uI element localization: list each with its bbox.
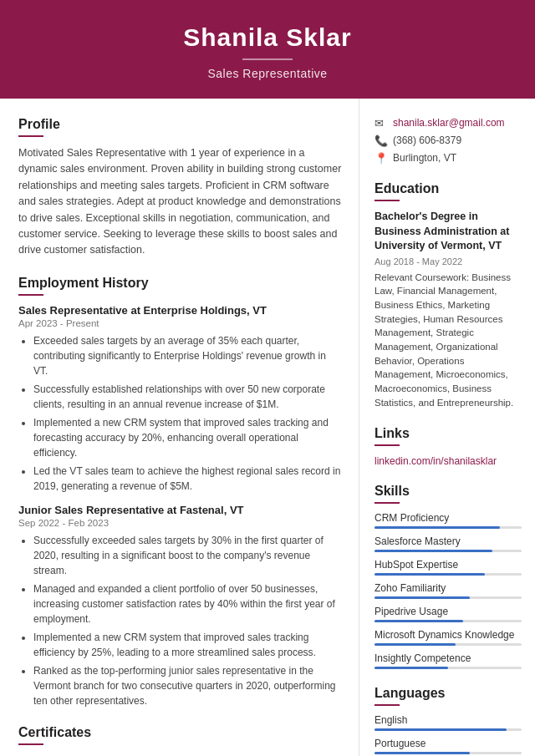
education-divider <box>374 200 400 201</box>
skill-bar-bg-2 <box>374 573 522 576</box>
profile-section: Profile Motivated Sales Representative w… <box>18 117 342 259</box>
skill-item-2: HubSpot Expertise <box>374 559 522 576</box>
edu-date: Aug 2018 - May 2022 <box>374 256 522 266</box>
job-2-bullets: Successfully exceeded sales targets by 3… <box>18 533 342 708</box>
skill-item-6: Insightly Competence <box>374 652 522 669</box>
lang-item-1: Portuguese <box>374 738 522 754</box>
email-icon: ✉ <box>374 117 388 129</box>
skill-bar-fill-5 <box>374 643 456 646</box>
skill-item-4: Pipedrive Usage <box>374 606 522 622</box>
cert-1-name: Certified Professional Sales Person (CPS… <box>18 753 342 756</box>
skill-bar-bg-0 <box>374 526 522 529</box>
header-title: Sales Representative <box>17 67 518 80</box>
job-2: Junior Sales Representative at Fastenal,… <box>18 504 342 708</box>
location-icon: 📍 <box>374 152 388 165</box>
skill-bar-fill-2 <box>374 573 485 576</box>
job-1-bullet-2: Successfully established relationships w… <box>33 382 342 412</box>
lang-bar-bg-1 <box>374 752 522 754</box>
contact-section: ✉ shanila.sklar@gmail.com 📞 (368) 606-83… <box>374 117 522 165</box>
contact-email-row: ✉ shanila.sklar@gmail.com <box>374 117 522 129</box>
skill-bar-bg-4 <box>374 620 522 622</box>
lang-bar-fill-0 <box>374 728 507 731</box>
skill-name-5: Microsoft Dynamics Knowledge <box>374 629 522 641</box>
job-1-bullet-4: Led the VT sales team to achieve the hig… <box>33 464 342 494</box>
employment-divider <box>18 294 43 296</box>
edu-detail: Relevant Coursework: Business Law, Finan… <box>374 271 522 410</box>
header-divider <box>242 58 293 60</box>
contact-location-row: 📍 Burlington, VT <box>374 152 522 165</box>
header-name: Shanila Sklar <box>17 23 518 52</box>
skills-title: Skills <box>374 484 522 499</box>
employment-title: Employment History <box>18 276 342 291</box>
links-section: Links linkedin.com/in/shanilasklar <box>374 426 522 467</box>
skill-bar-bg-5 <box>374 643 522 646</box>
contact-phone-row: 📞 (368) 606-8379 <box>374 134 522 147</box>
lang-name-1: Portuguese <box>374 738 522 749</box>
cert-1: Certified Professional Sales Person (CPS… <box>18 753 342 756</box>
links-title: Links <box>374 426 522 441</box>
job-1: Sales Representative at Enterprise Holdi… <box>18 304 342 494</box>
skills-section: Skills CRM Proficiency Salesforce Master… <box>374 484 522 669</box>
job-2-date: Sep 2022 - Feb 2023 <box>18 518 342 528</box>
skill-bar-fill-0 <box>374 526 500 529</box>
linkedin-link[interactable]: linkedin.com/in/shanilasklar <box>374 455 497 467</box>
right-column: ✉ shanila.sklar@gmail.com 📞 (368) 606-83… <box>359 99 535 756</box>
languages-list: English Portuguese <box>374 714 522 754</box>
skill-bar-fill-1 <box>374 550 492 552</box>
certificates-divider <box>18 743 43 745</box>
education-title: Education <box>374 181 522 196</box>
certificates-section: Certificates Certified Professional Sale… <box>18 725 342 756</box>
edu-degree: Bachelor's Degree in Business Administra… <box>374 210 522 254</box>
left-column: Profile Motivated Sales Representative w… <box>0 99 359 756</box>
skill-bar-bg-1 <box>374 550 522 552</box>
job-1-bullets: Exceeded sales targets by an average of … <box>18 333 342 494</box>
job-2-bullet-3: Implemented a new CRM system that improv… <box>33 630 342 660</box>
languages-title: Languages <box>374 686 522 701</box>
skill-name-0: CRM Proficiency <box>374 512 522 524</box>
skill-name-1: Salesforce Mastery <box>374 535 522 547</box>
employment-section: Employment History Sales Representative … <box>18 276 342 708</box>
lang-item-0: English <box>374 714 522 731</box>
links-divider <box>374 444 400 446</box>
profile-divider <box>18 135 43 137</box>
job-1-bullet-1: Exceeded sales targets by an average of … <box>33 333 342 378</box>
body: Profile Motivated Sales Representative w… <box>0 99 535 756</box>
email-link[interactable]: shanila.sklar@gmail.com <box>393 117 505 129</box>
job-2-bullet-2: Managed and expanded a client portfolio … <box>33 581 342 627</box>
lang-bar-bg-0 <box>374 728 522 731</box>
header: Shanila Sklar Sales Representative <box>0 0 535 99</box>
skills-list: CRM Proficiency Salesforce Mastery HubSp… <box>374 512 522 669</box>
skill-name-3: Zoho Familiarity <box>374 582 522 594</box>
certificates-title: Certificates <box>18 725 342 740</box>
skill-item-5: Microsoft Dynamics Knowledge <box>374 629 522 646</box>
education-section: Education Bachelor's Degree in Business … <box>374 181 522 409</box>
phone-icon: 📞 <box>374 134 388 147</box>
job-1-title: Sales Representative at Enterprise Holdi… <box>18 304 342 317</box>
contact-location: Burlington, VT <box>393 152 456 164</box>
job-2-title: Junior Sales Representative at Fastenal,… <box>18 504 342 516</box>
skill-item-3: Zoho Familiarity <box>374 582 522 599</box>
skill-name-2: HubSpot Expertise <box>374 559 522 571</box>
job-2-bullet-4: Ranked as the top-performing junior sale… <box>33 663 342 708</box>
skill-name-4: Pipedrive Usage <box>374 606 522 617</box>
job-2-bullet-1: Successfully exceeded sales targets by 3… <box>33 533 342 578</box>
skill-bar-fill-4 <box>374 620 463 622</box>
skill-item-1: Salesforce Mastery <box>374 535 522 552</box>
page: Shanila Sklar Sales Representative Profi… <box>0 0 535 756</box>
skill-name-6: Insightly Competence <box>374 652 522 664</box>
languages-section: Languages English Portuguese <box>374 686 522 754</box>
skills-divider <box>374 502 400 504</box>
profile-text: Motivated Sales Representative with 1 ye… <box>18 145 342 259</box>
skill-item-0: CRM Proficiency <box>374 512 522 529</box>
languages-divider <box>374 704 400 706</box>
skill-bar-bg-3 <box>374 596 522 599</box>
skill-bar-bg-6 <box>374 667 522 669</box>
skill-bar-fill-3 <box>374 596 470 599</box>
job-1-bullet-3: Implemented a new CRM system that improv… <box>33 415 342 460</box>
lang-name-0: English <box>374 714 522 726</box>
job-1-date: Apr 2023 - Present <box>18 318 342 328</box>
contact-phone: (368) 606-8379 <box>393 134 461 146</box>
skill-bar-fill-6 <box>374 667 448 669</box>
lang-bar-fill-1 <box>374 752 470 754</box>
profile-title: Profile <box>18 117 342 132</box>
